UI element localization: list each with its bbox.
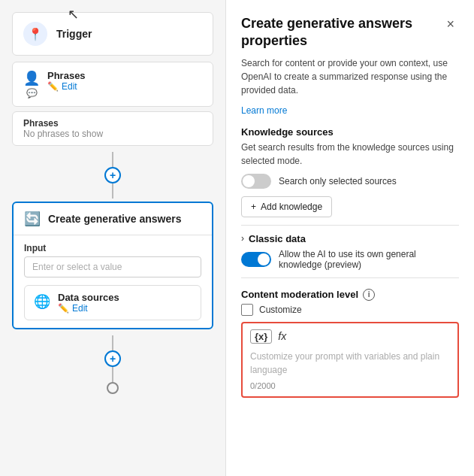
knowledge-sources-title: Knowledge sources: [241, 126, 459, 138]
phrases-info-box: Phrases No phrases to show: [12, 111, 213, 146]
formula-counter: 0/2000: [250, 381, 450, 390]
data-sources-edit-link[interactable]: ✏️ Edit: [58, 303, 119, 314]
connector-line-mid: [112, 183, 113, 199]
phrases-edit-link[interactable]: ✏️ Edit: [47, 81, 86, 92]
ai-knowledge-toggle[interactable]: [241, 252, 271, 267]
end-circle: [107, 382, 119, 394]
globe-icon: 🌐: [34, 293, 50, 310]
phrases-info-subtitle: No phrases to show: [23, 129, 202, 139]
input-value-field[interactable]: Enter or select a value: [24, 256, 201, 277]
formula-placeholder: Customize your prompt with variables and…: [250, 350, 450, 377]
fx-icon[interactable]: fx: [278, 330, 286, 342]
data-sources-title: Data sources: [58, 292, 119, 303]
phrases-person-icon: 👤: [23, 70, 40, 86]
classic-data-accordion[interactable]: › Classic data: [241, 233, 459, 244]
search-sources-label: Search only selected sources: [279, 176, 397, 186]
connector-top: +: [12, 152, 213, 199]
plus-icon: +: [251, 202, 256, 212]
trigger-label: Trigger: [56, 28, 92, 40]
input-placeholder: Enter or select a value: [32, 262, 122, 272]
left-panel: ↖ 📍 Trigger 👤 💬 Phrases ✏️ Edit Phrases …: [0, 0, 225, 476]
connector-bottom: +: [12, 335, 213, 394]
connector-line-top: [112, 152, 113, 167]
ds-pencil-icon: ✏️: [58, 303, 69, 314]
ai-knowledge-toggle-row: Allow the AI to use its own general know…: [241, 249, 459, 270]
ai-knowledge-label: Allow the AI to use its own general know…: [279, 249, 459, 270]
panel-title: Create generative answers properties: [241, 15, 442, 50]
trigger-icon: 📍: [23, 22, 47, 46]
panel-description: Search for content or provide your own c…: [241, 56, 459, 97]
add-knowledge-label: Add knowledge: [261, 202, 322, 212]
learn-more-link[interactable]: Learn more: [241, 105, 287, 116]
trigger-node: 📍 Trigger: [12, 12, 213, 56]
add-knowledge-button[interactable]: + Add knowledge: [241, 196, 332, 217]
phrases-node-title: Phrases: [47, 70, 86, 81]
content-mod-title: Content moderation level: [241, 289, 358, 300]
classic-data-label: Classic data: [249, 233, 306, 244]
customize-label: Customize: [259, 305, 302, 315]
knowledge-sources-desc: Get search results from the knowledge so…: [241, 141, 459, 168]
pencil-icon: ✏️: [47, 81, 59, 92]
data-sources-edit-label: Edit: [72, 303, 88, 314]
create-generative-answers-node: 🔄 Create generative answers Input Enter …: [12, 202, 213, 329]
phrases-speech-icon: 💬: [26, 88, 38, 99]
info-icon: i: [363, 289, 375, 301]
divider-2: [241, 277, 459, 278]
content-moderation-row: Content moderation level i: [241, 289, 459, 301]
data-sources-row: 🌐 Data sources ✏️ Edit: [24, 285, 201, 320]
phrases-edit-label: Edit: [62, 81, 77, 92]
node-header: 🔄 Create generative answers: [14, 203, 212, 235]
input-field-label: Input: [24, 243, 201, 253]
generative-answers-icon: 🔄: [24, 211, 41, 227]
ai-toggle-thumb: [258, 253, 270, 265]
close-panel-button[interactable]: ×: [442, 15, 459, 34]
customize-checkbox-row: Customize: [241, 304, 459, 316]
add-node-button-bottom[interactable]: +: [104, 350, 121, 367]
customize-checkbox[interactable]: [241, 304, 253, 316]
formula-box[interactable]: {x} fx Customize your prompt with variab…: [241, 322, 459, 398]
phrases-info-title: Phrases: [23, 118, 202, 129]
variable-icon[interactable]: {x}: [250, 329, 272, 344]
connector-line-bottom1: [112, 335, 113, 350]
divider-1: [241, 225, 459, 226]
connector-line-bottom2: [112, 367, 113, 382]
accordion-chevron-icon: ›: [241, 233, 244, 244]
search-sources-toggle[interactable]: [241, 174, 271, 189]
node-main-label: Create generative answers: [48, 213, 181, 225]
search-sources-toggle-row: Search only selected sources: [241, 174, 459, 189]
node-body: Input Enter or select a value 🌐 Data sou…: [14, 235, 212, 328]
add-node-button-top[interactable]: +: [104, 167, 121, 183]
toggle-thumb: [243, 175, 255, 187]
panel-header: Create generative answers properties ×: [241, 15, 459, 50]
right-panel: Create generative answers properties × S…: [225, 0, 474, 476]
phrases-node: 👤 💬 Phrases ✏️ Edit: [12, 62, 213, 107]
formula-icons-row: {x} fx: [250, 329, 450, 344]
